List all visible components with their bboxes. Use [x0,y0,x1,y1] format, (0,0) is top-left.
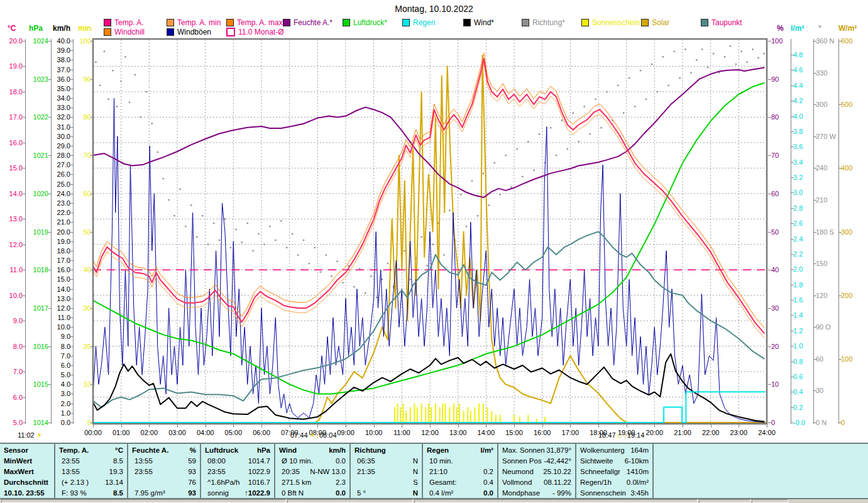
cell-label: F: 93 % [62,488,87,499]
series-direction-dot [763,53,764,54]
series-direction-dot [556,155,557,156]
series-direction-dot [320,271,321,272]
table-cell: 21:35N [351,467,422,477]
series-direction-dot [673,51,674,52]
series-direction-dot [471,180,473,181]
table-info-cell: Sichtweite6-10km [576,456,652,467]
table-header: LuftdruckhPa [201,445,274,456]
series-direction-dot [269,226,270,227]
cell-value: 0.0 [483,488,493,499]
series-direction-dot [567,148,568,150]
info-label: Schneefallgr [580,467,620,477]
series-direction-dot [258,233,259,235]
cell-value: 8.5 [113,456,123,467]
column-unit: l/m² [481,445,493,456]
series-direction-dot [398,268,400,269]
x-axis-tick [346,424,346,428]
table-info-cell: Max. Sonnen31,879° [498,445,575,456]
series-direction-dot [140,116,141,118]
series-direction-dot [657,91,658,92]
x-axis-label: 02:00 [136,429,162,436]
column-header: Temp. A. [59,445,89,456]
series-direction-dot [309,263,310,264]
series-direction-dot [578,141,580,142]
x-axis-tick [711,424,711,428]
info-value: 31,879° [546,445,571,456]
series-direction-dot [527,141,529,142]
info-label: Sonnen Pos [502,456,542,467]
series-direction-dot [241,241,243,243]
sunrise-time: 07:44 [290,431,308,439]
column-unit: hPa [257,445,270,456]
series-direction-dot [151,123,153,124]
cell-value: 0.4 [483,477,493,488]
table-cell: (+ 2.13 )13.14 [55,477,127,488]
cell-label: 271.5 km [282,477,311,488]
x-axis-label: 13:00 [446,429,471,436]
series-direction-dot [359,268,360,269]
x-axis-tick [149,424,150,428]
cell-label: Ø 10 min. [282,456,313,467]
series-direction-dot [505,155,506,156]
series-direction-dot [684,48,686,50]
series-direction-dot [112,70,113,71]
series-direction-dot [757,57,759,58]
cell-label: 5 ° [357,488,366,499]
table-info-cell: Mondphase- 99% [498,488,575,499]
x-axis-tick [374,424,375,428]
cell-label: 0 Bft N [282,488,304,499]
series-direction-dot [522,176,523,177]
table-info-cell: Vollmond08.11.22 [498,477,575,488]
x-axis-tick [458,424,459,428]
cell-value: 93 [188,488,196,499]
table-header-sensor: Sensor [0,445,54,456]
info-label: Vollmond [502,477,532,488]
table-header: Windkm/h [275,445,349,456]
cell-value: N [413,456,418,467]
series-direction-dot [488,204,490,206]
cell-label: 7.95 g/m³ [135,488,165,499]
row-label: MinWert [4,456,32,467]
table-cell: 21:100.2 [423,467,497,477]
cell-label: 06:35 [357,456,375,467]
table-row-label: MinWert [0,456,54,467]
cell-label: 13:55 [62,467,80,477]
table-header: Feuchte A.% [128,445,200,456]
cell-label: 13:55 [135,456,153,467]
cell-value: 19.3 [109,467,123,477]
series-direction-dot [561,119,563,121]
series-direction-dot [95,62,96,63]
series-direction-dot [120,80,121,82]
first-sun-time: 08:04 [319,431,337,439]
cell-value: 1016.7 [248,477,270,488]
x-axis-label: 00:00 [80,429,106,436]
cell-value: 0.2 [483,467,493,477]
column-unit: % [190,445,196,456]
status-bar-segment [287,499,413,503]
cell-label: (+ 2.13 ) [62,477,89,488]
table-column-info: Max. Sonnen31,879°Sonnen Pos-42,442°Neum… [498,444,576,498]
cell-label: Gesamt: [429,477,456,488]
series-direction-dot [449,210,450,211]
series-pressure [93,83,764,394]
info-label: Neumond [502,467,534,477]
series-direction-dot [382,279,383,280]
table-info-cell: Sonnenschein3:45h [576,488,652,499]
table-column-sensor: SensorMinWertMaxWertDurchschnitt10.10. 2… [0,444,55,498]
series-direction-dot [617,85,618,86]
series-direction-dot [230,247,231,248]
series-direction-dot [370,275,371,277]
series-direction-dot [314,247,316,248]
table-column-wind: Windkm/hØ 10 min.0.020:35N-NW 13.0271.5 … [275,444,351,498]
cell-value: N [413,467,418,477]
cell-label: 10 min. [429,456,453,467]
column-unit: km/h [329,445,346,456]
series-direction-dot [280,220,282,221]
cell-value: N-NW 13.0 [310,467,346,477]
x-axis-tick [683,424,683,428]
info-value: 6-10km [625,456,649,467]
series-direction-dot [99,85,101,86]
table-column-feuchte-a-: Feuchte A.%13:555923:5593767.95 g/m³93 [128,444,201,498]
table-column-richtung: Richtung06:35N21:35NS5 °N [351,444,423,498]
series-direction-dot [146,91,147,92]
